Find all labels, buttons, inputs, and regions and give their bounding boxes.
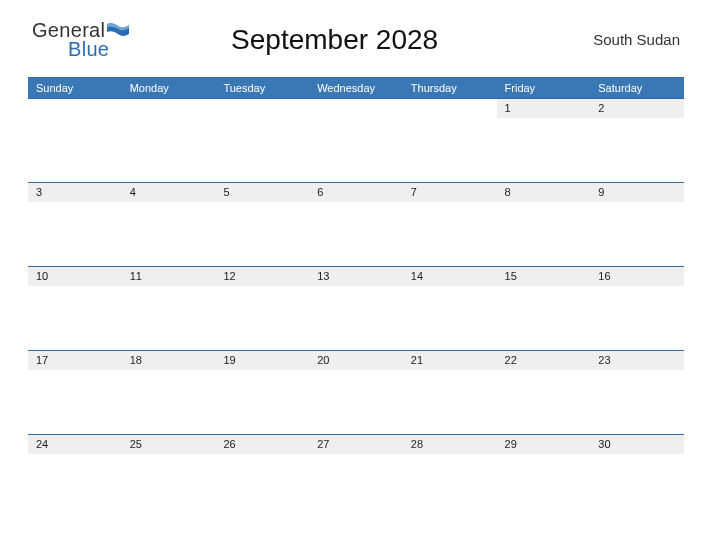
date-cell: 18: [122, 350, 216, 434]
day-header-mon: Monday: [122, 78, 216, 98]
date-cell: 11: [122, 266, 216, 350]
date-number: 18: [122, 350, 216, 370]
date-number: [309, 98, 403, 118]
day-header-sun: Sunday: [28, 78, 122, 98]
date-cell: 14: [403, 266, 497, 350]
date-cell: 26: [215, 434, 309, 518]
date-cell: 19: [215, 350, 309, 434]
date-cell: 29: [497, 434, 591, 518]
date-number: 5: [215, 182, 309, 202]
day-header-fri: Friday: [497, 78, 591, 98]
day-header-thu: Thursday: [403, 78, 497, 98]
date-number: 7: [403, 182, 497, 202]
date-cell: 28: [403, 434, 497, 518]
date-cell: 25: [122, 434, 216, 518]
date-cell: 3: [28, 182, 122, 266]
date-cell: 13: [309, 266, 403, 350]
date-number: 28: [403, 434, 497, 454]
date-cell: 5: [215, 182, 309, 266]
date-number: 4: [122, 182, 216, 202]
date-number: 12: [215, 266, 309, 286]
date-number: [215, 98, 309, 118]
date-number: 26: [215, 434, 309, 454]
date-cell: 17: [28, 350, 122, 434]
date-cell: 12: [215, 266, 309, 350]
date-number: 23: [590, 350, 684, 370]
date-cell: 7: [403, 182, 497, 266]
date-cell: 21: [403, 350, 497, 434]
date-cell: [28, 98, 122, 182]
date-number: 10: [28, 266, 122, 286]
date-cell: 1: [497, 98, 591, 182]
date-cell: 20: [309, 350, 403, 434]
date-number: 22: [497, 350, 591, 370]
date-number: 21: [403, 350, 497, 370]
date-cell: [122, 98, 216, 182]
date-number: 20: [309, 350, 403, 370]
day-header-wed: Wednesday: [309, 78, 403, 98]
date-cell: 8: [497, 182, 591, 266]
date-number: 9: [590, 182, 684, 202]
day-headers-row: Sunday Monday Tuesday Wednesday Thursday…: [28, 77, 684, 98]
date-number: 1: [497, 98, 591, 118]
date-number: 13: [309, 266, 403, 286]
date-number: [122, 98, 216, 118]
date-cell: 2: [590, 98, 684, 182]
date-number: 30: [590, 434, 684, 454]
date-cell: [403, 98, 497, 182]
date-cell: 9: [590, 182, 684, 266]
date-cell: [215, 98, 309, 182]
date-number: 27: [309, 434, 403, 454]
date-number: 17: [28, 350, 122, 370]
date-number: 6: [309, 182, 403, 202]
date-cell: 16: [590, 266, 684, 350]
date-number: [403, 98, 497, 118]
date-cell: 4: [122, 182, 216, 266]
date-cell: 6: [309, 182, 403, 266]
date-number: 8: [497, 182, 591, 202]
calendar-title: September 2028: [89, 24, 580, 56]
date-number: 25: [122, 434, 216, 454]
date-cell: 30: [590, 434, 684, 518]
date-number: 2: [590, 98, 684, 118]
date-number: 19: [215, 350, 309, 370]
date-cell: 23: [590, 350, 684, 434]
date-cell: [309, 98, 403, 182]
day-header-tue: Tuesday: [215, 78, 309, 98]
date-number: [28, 98, 122, 118]
date-cell: 10: [28, 266, 122, 350]
date-number: 3: [28, 182, 122, 202]
date-number: 15: [497, 266, 591, 286]
calendar-grid: 1234567891011121314151617181920212223242…: [28, 98, 684, 518]
region-label: South Sudan: [580, 31, 680, 48]
date-cell: 24: [28, 434, 122, 518]
date-number: 29: [497, 434, 591, 454]
date-number: 16: [590, 266, 684, 286]
calendar-header: GeneralBlue September 2028 South Sudan: [28, 20, 684, 59]
day-header-sat: Saturday: [590, 78, 684, 98]
date-cell: 27: [309, 434, 403, 518]
date-number: 11: [122, 266, 216, 286]
date-cell: 15: [497, 266, 591, 350]
date-number: 14: [403, 266, 497, 286]
date-cell: 22: [497, 350, 591, 434]
date-number: 24: [28, 434, 122, 454]
